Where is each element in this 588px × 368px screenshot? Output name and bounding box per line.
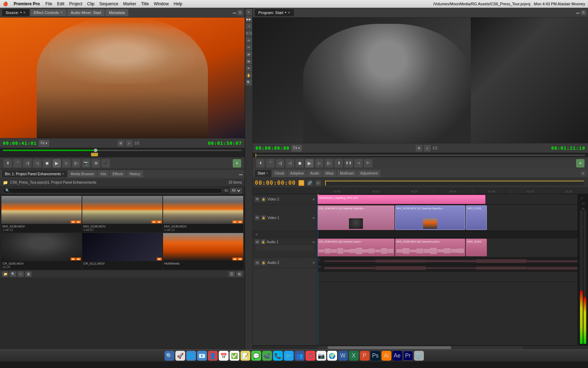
list-item[interactable]: ■■ ■■ HotWheels [163,233,243,270]
v2-expand[interactable]: ▶ [313,198,315,201]
dock-safari[interactable]: 🌐 [186,351,196,361]
menu-help[interactable]: Help [174,1,182,6]
dock-finder[interactable]: 🔍 [164,351,174,361]
source-mark-out[interactable]: ⌃ [13,159,22,168]
timeline-tab-audio[interactable]: Audio [307,170,322,177]
dock-excel[interactable]: X [349,351,359,361]
effect-controls-close[interactable]: ✕ [60,11,63,14]
source-step-back[interactable]: ◁| [23,159,31,168]
dock-facebook[interactable]: 👥 [295,351,304,361]
a1-lock-btn[interactable]: 🔒 [261,239,266,244]
timeline-tab-adaptive[interactable]: Adaptive [287,170,307,177]
dock-contacts[interactable]: 👤 [208,351,218,361]
source-step-fwd[interactable]: |▷ [72,159,80,168]
dock-word[interactable]: W [338,351,348,361]
a2-lock-btn[interactable]: 🔒 [261,260,266,265]
dock-mail[interactable]: 📧 [197,351,207,361]
program-panel-menu[interactable]: ≡ [581,10,586,15]
program-scrubber[interactable] [253,153,588,157]
dock-itunes[interactable]: 🎵 [306,351,315,361]
tool-roll[interactable]: ⊢⊣ [246,30,252,36]
program-add-btn[interactable]: + [576,159,584,168]
project-tab-mediabrowser[interactable]: Media Browser [68,170,97,177]
list-item[interactable]: ■■ ■■ MVI_0138.MOV 1:46:13 [163,196,243,232]
menu-window[interactable]: Window [154,1,169,6]
project-tab-history[interactable]: History [127,170,143,177]
program-lift[interactable]: ⬆ [335,159,343,168]
program-next-frame[interactable]: ▷ [315,159,323,168]
menu-clip[interactable]: Clip [87,1,94,6]
project-tab-effects[interactable]: Effects [110,170,126,177]
tool-rate-stretch[interactable]: ⇔ [246,37,252,43]
timeline-tab-cloud[interactable]: Cloud [272,170,287,177]
program-play[interactable]: ▶ [305,159,314,168]
program-tab-close[interactable]: ✕ [288,11,290,14]
tool-razor[interactable]: ✂ [246,44,252,50]
timeline-tab-start[interactable]: Start ✕ [255,170,271,177]
dock-aftereffects[interactable]: Ae [392,351,402,361]
dock-messages[interactable]: 💬 [251,351,261,361]
project-tab-bin[interactable]: Bin: 1. Project Panel Enhancements ✕ [2,170,67,177]
dock-photoshop[interactable]: Ps [371,351,380,361]
program-stop[interactable]: ◼ [295,159,304,168]
source-tab-close[interactable]: ✕ [23,11,26,14]
bin-tab-close[interactable]: ✕ [62,172,64,176]
scrollbar-thumb[interactable] [328,346,451,349]
menu-title[interactable]: Title [141,1,149,6]
list-item[interactable]: ■■ ■■ MVI_0138.MOV 1:50:07 [82,196,162,232]
timeline-tab-multicam[interactable]: Multicam [337,170,357,177]
dock-facetime[interactable]: 📹 [262,351,272,361]
source-fullscreen-btn[interactable]: ⤢ [126,140,132,146]
clip-a1-cr0248[interactable]: CR_0248.MOV [A] Volume:Level • [317,239,394,256]
program-trim-out[interactable]: ⊢ [364,159,372,168]
tool-hand[interactable]: ✋ [246,72,252,79]
program-minimize[interactable]: ▬ [576,11,580,14]
dock-notes[interactable]: 📝 [240,351,250,361]
program-mark-in[interactable]: ⬇ [256,159,265,168]
dock-chrome[interactable]: 🌍 [327,351,337,361]
source-mark-in[interactable]: ⬇ [4,159,12,168]
list-item[interactable]: ■■ ■■ CR_0245.MOV 33:20 [1,233,82,270]
menu-sequence[interactable]: Sequence [99,1,118,6]
dock-photos[interactable]: 📷 [316,351,326,361]
app-name[interactable]: Premiere Pro [14,1,40,6]
program-dropdown-arrow[interactable]: ▾ [285,11,286,14]
source-panel-menu[interactable]: ≡ [238,10,243,15]
program-playhead[interactable] [255,154,256,157]
dock-calendar[interactable]: 📅 [219,351,229,361]
source-play[interactable]: ▶ [52,159,61,168]
apple-menu[interactable]: 🍎 [3,1,8,6]
delete-btn[interactable]: 🗑 [25,271,31,277]
v1-lock-btn[interactable]: 🔒 [261,215,266,220]
source-insert[interactable]: ⊞ [92,159,100,168]
program-extract[interactable]: ⬆⬆ [344,159,353,168]
list-item[interactable]: ■■ CR_0111.MOV [82,233,162,270]
a1-expand[interactable]: ▶ [313,240,315,244]
clip-a1-mvi0138[interactable]: MVI_0138.MOV [A] Volume:Level • [395,239,465,256]
find-btn[interactable]: 🔍 [10,271,16,277]
project-tab-info[interactable]: Info [98,170,109,177]
clip-hotwhees-logobug[interactable]: HotWheels_LogoBug_HD1.psd [317,195,485,204]
program-fit-dropdown[interactable]: Fit ▾ [292,145,302,151]
program-step-fwd[interactable]: |▷ [325,159,333,168]
source-overwrite[interactable]: ⬛ [102,159,110,168]
source-tab-effect-controls[interactable]: Effect Controls ✕ [30,9,66,16]
a1-mute-btn[interactable]: M [255,239,260,244]
a2-mute-btn[interactable]: M [255,260,260,265]
clip-v1-hr2d163[interactable]: HR2_D163. [466,205,487,230]
program-fullscreen-btn[interactable]: ⤢ [424,145,430,151]
dock-reminders[interactable]: ✅ [230,351,239,361]
dock-trash[interactable]: 🗑️ [414,351,424,361]
program-step-back[interactable]: ◁| [276,159,284,168]
dock-skype[interactable]: 📞 [273,351,283,361]
source-stop[interactable]: ◼ [43,159,51,168]
search-input[interactable] [3,188,223,193]
v1-eye-btn[interactable]: 👁 [255,215,260,220]
source-add-btn[interactable]: + [233,159,241,168]
source-next-frame[interactable]: ▷ [62,159,71,168]
tool-ripple[interactable]: ⊣ [246,23,252,29]
source-settings-btn[interactable]: ⚙ [118,140,124,146]
program-mark-out[interactable]: ⌃ [266,159,274,168]
dock-launchpad[interactable]: 🚀 [175,351,185,361]
icon-view-btn[interactable]: ⊞ [236,271,243,277]
